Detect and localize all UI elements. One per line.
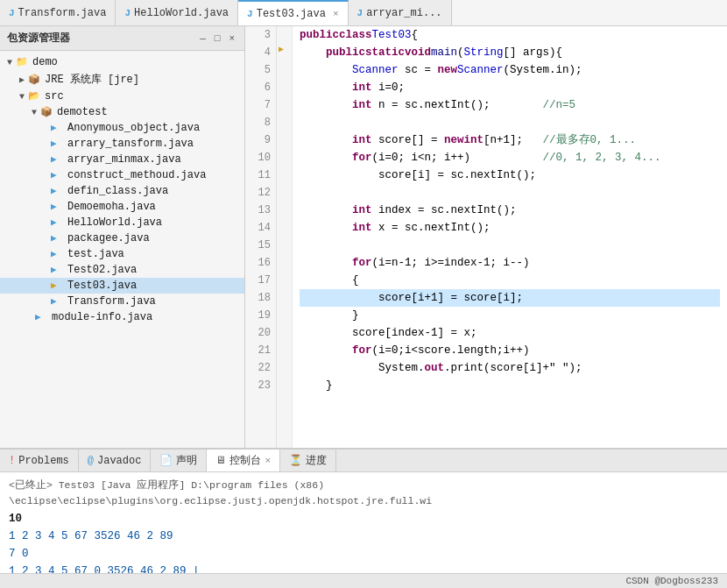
console-output-line-3: 7 0 [9, 545, 718, 563]
code-line-15 [300, 237, 720, 254]
code-line-19: } [300, 307, 720, 324]
tree-label: arrary_tansform.java [67, 138, 194, 150]
code-editor[interactable]: 34567 89101112 1314151617 1819202122 23 … [245, 26, 727, 448]
java-file-icon: J [357, 8, 364, 18]
expand-arrow-icon: ▶ [16, 74, 28, 85]
tree-item-demoemoha[interactable]: ▶ Demoemoha.java [0, 199, 244, 215]
panel-buttons: — □ × [197, 32, 237, 45]
code-line-17: { [300, 272, 720, 289]
tree-item-src[interactable]: ▼ 📂 src [0, 89, 244, 104]
project-icon: 📁 [16, 56, 30, 68]
tree-item-demo[interactable]: ▼ 📁 demo [0, 54, 244, 70]
breakpoint-icon: ▶ [279, 44, 284, 54]
tree-label: HelloWorld.java [67, 216, 162, 229]
expand-arrow-icon: ▼ [28, 108, 40, 117]
tab-transform[interactable]: J Transform.java [0, 0, 116, 25]
tab-javadoc-label: Javadoc [97, 455, 141, 467]
java-file-icon: J [9, 8, 15, 18]
console-terminated-line: <已终止> Test03 [Java 应用程序] D:\program file… [9, 478, 718, 510]
tree-item-test[interactable]: ▶ test.java [0, 246, 244, 262]
tab-console-label: 控制台 [229, 453, 261, 468]
tree-item-defin-class[interactable]: ▶ defin_class.java [0, 183, 244, 199]
code-line-21: for(i=0;i<score.length;i++) [300, 342, 720, 359]
javadoc-icon: @ [88, 455, 94, 467]
code-line-18: score[i+1] = score[i]; [300, 289, 720, 307]
tree-item-packagee[interactable]: ▶ packagee.java [0, 230, 244, 246]
java-icon: ▶ [51, 295, 65, 308]
expand-arrow-icon: ▼ [4, 58, 16, 67]
tab-transform-label: Transform.java [18, 7, 107, 19]
code-lines[interactable]: public class Test03{ public static void … [293, 26, 727, 448]
tab-declaration[interactable]: 📄 声明 [151, 450, 207, 471]
tree-label: test.java [67, 248, 124, 260]
tree-label: arryar_minmax.java [67, 153, 181, 166]
console-output-line-1: 10 [9, 510, 718, 528]
tab-arryar[interactable]: J arryar_mi... [349, 0, 452, 25]
tree-label: Test03.java [67, 280, 137, 292]
tree-label-jre: JRE 系统库 [jre] [45, 72, 139, 87]
tree-item-jre[interactable]: ▶ 📦 JRE 系统库 [jre] [0, 70, 244, 89]
code-line-12 [300, 184, 720, 202]
tree-item-construct[interactable]: ▶ construct_methoud.java [0, 167, 244, 183]
java-icon: ▶ [35, 311, 49, 323]
close-icon[interactable]: × [265, 456, 271, 466]
tab-progress-label: 进度 [306, 453, 327, 468]
tree-label: Transform.java [67, 295, 156, 308]
code-line-9: int score[] = new int[n+1]; //最多存0, 1... [300, 131, 720, 149]
tab-test03[interactable]: J Test03.java × [238, 0, 348, 25]
status-right: CSDN @Dogboss233 [625, 576, 718, 586]
tree-item-test03-file[interactable]: ▶ Test03.java [0, 278, 244, 294]
panel-minimize-btn[interactable]: — [197, 32, 208, 45]
tree-item-test02[interactable]: ▶ Test02.java [0, 262, 244, 278]
panel-title: 包资源管理器 [7, 31, 70, 46]
left-panel: 包资源管理器 — □ × ▼ 📁 demo ▶ 📦 JRE 系统库 [jre] [0, 26, 245, 448]
tab-arryar-label: arryar_mi... [366, 7, 441, 19]
code-line-16: for(i=n-1; i>=index-1; i--) [300, 254, 720, 272]
code-line-23: } [300, 377, 720, 394]
tree-item-demotest[interactable]: ▼ 📦 demotest [0, 104, 244, 120]
tab-problems-label: Problems [18, 455, 69, 467]
console-output: <已终止> Test03 [Java 应用程序] D:\program file… [0, 472, 727, 573]
tab-helloworld-label: HelloWorld.java [134, 7, 229, 19]
console-output-line-2: 1 2 3 4 5 67 3526 46 2 89 [9, 528, 718, 545]
bottom-status-bar: CSDN @Dogboss233 [0, 573, 727, 588]
editor-gutter: ▶ [277, 26, 293, 448]
main-area: 包资源管理器 — □ × ▼ 📁 demo ▶ 📦 JRE 系统库 [jre] [0, 26, 727, 448]
panel-close-btn[interactable]: × [226, 32, 237, 45]
java-icon: ▶ [51, 232, 65, 244]
code-line-7: int n = sc.nextInt(); //n=5 [300, 96, 720, 114]
expand-arrow-icon: ▼ [16, 92, 28, 102]
code-line-4: public static void main(String[] args){ [300, 44, 720, 61]
tree-label-demo: demo [32, 56, 58, 68]
line-numbers: 34567 89101112 1314151617 1819202122 23 [245, 26, 277, 448]
tree-item-helloworld-file[interactable]: ▶ HelloWorld.java [0, 215, 244, 230]
panel-maximize-btn[interactable]: □ [212, 32, 223, 45]
close-icon[interactable]: × [333, 9, 339, 19]
code-line-22: System.out.print(score[i]+" "); [300, 359, 720, 377]
tree-item-module-info[interactable]: ▶ module-info.java [0, 309, 244, 325]
tab-test03-label: Test03.java [257, 8, 326, 20]
java-file-icon: J [124, 8, 131, 18]
code-container: 34567 89101112 1314151617 1819202122 23 … [245, 26, 727, 448]
tab-javadoc[interactable]: @ Javadoc [79, 450, 152, 471]
tab-helloworld[interactable]: J HelloWorld.java [116, 0, 238, 25]
code-line-5: Scanner sc = new Scanner(System.in); [300, 61, 720, 79]
tree-label: packagee.java [67, 232, 150, 244]
tree-item-transform-file[interactable]: ▶ Transform.java [0, 294, 244, 309]
tree-label: Test02.java [67, 264, 137, 276]
tree-label-src: src [45, 90, 64, 103]
tab-problems[interactable]: ! Problems [0, 450, 79, 471]
tree-label: Anonymous_object.java [67, 122, 200, 134]
tab-console[interactable]: 🖥 控制台 × [207, 450, 280, 471]
code-line-10: for(i=0; i<n; i++) //0, 1, 2, 3, 4... [300, 149, 720, 166]
tree-label: defin_class.java [67, 185, 168, 197]
java-icon: ▶ [51, 122, 65, 134]
java-icon: ▶ [51, 264, 65, 276]
tree-item-arryar-minmax[interactable]: ▶ arryar_minmax.java [0, 152, 244, 167]
tree-item-anonymous[interactable]: ▶ Anonymous_object.java [0, 120, 244, 136]
tab-progress[interactable]: ⏳ 进度 [280, 450, 336, 471]
tree-label-demotest: demotest [57, 106, 108, 118]
tree-item-arrary-tansform[interactable]: ▶ arrary_tansform.java [0, 136, 244, 152]
java-icon: ▶ [51, 201, 65, 213]
tree-label: construct_methoud.java [67, 169, 206, 181]
